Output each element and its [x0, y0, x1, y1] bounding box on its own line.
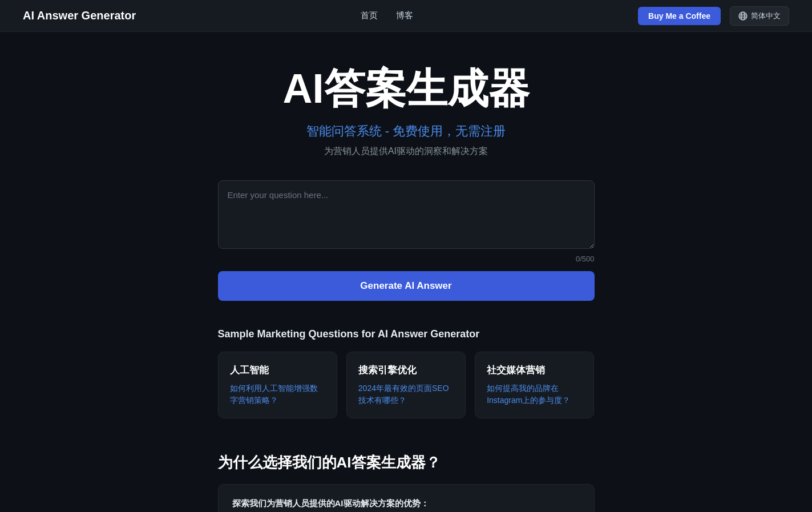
char-count: 0/500 [218, 255, 595, 263]
site-logo: AI Answer Generator [23, 9, 136, 22]
hero-description: 为营销人员提供AI驱动的洞察和解决方案 [218, 146, 595, 158]
sample-cards-grid: 人工智能 如何利用人工智能增强数字营销策略？ 搜索引擎优化 2024年最有效的页… [218, 352, 595, 418]
globe-icon [738, 11, 748, 21]
card-category-1: 搜索引擎优化 [358, 364, 454, 377]
language-label: 简体中文 [751, 11, 781, 21]
nav-link-home[interactable]: 首页 [361, 10, 378, 21]
why-box: 探索我们为营销人员提供的AI驱动解决方案的优势： [218, 484, 595, 512]
generate-button[interactable]: Generate AI Answer [218, 271, 595, 301]
card-question-2: 如何提高我的品牌在Instagram上的参与度？ [487, 382, 582, 406]
navbar: AI Answer Generator 首页 博客 Buy Me a Coffe… [0, 0, 812, 32]
language-selector-button[interactable]: 简体中文 [730, 6, 789, 26]
sample-section-title: Sample Marketing Questions for AI Answer… [218, 328, 595, 340]
nav-links: 首页 博客 [361, 10, 413, 21]
card-category-2: 社交媒体营销 [487, 364, 582, 377]
card-question-1: 2024年最有效的页面SEO技术有哪些？ [358, 382, 454, 406]
why-section-title: 为什么选择我们的AI答案生成器？ [218, 453, 595, 473]
why-box-text: 探索我们为营销人员提供的AI驱动解决方案的优势： [232, 498, 580, 509]
card-category-0: 人工智能 [230, 364, 325, 377]
main-content: AI答案生成器 智能问答系统 - 免费使用，无需注册 为营销人员提供AI驱动的洞… [207, 32, 606, 512]
sample-card-1[interactable]: 搜索引擎优化 2024年最有效的页面SEO技术有哪些？ [346, 352, 466, 418]
page-title: AI答案生成器 [218, 66, 595, 111]
hero-subtitle: 智能问答系统 - 免费使用，无需注册 [218, 123, 595, 140]
buy-coffee-button[interactable]: Buy Me a Coffee [638, 7, 721, 25]
sample-card-2[interactable]: 社交媒体营销 如何提高我的品牌在Instagram上的参与度？ [475, 352, 594, 418]
question-input[interactable] [218, 180, 595, 249]
nav-right: Buy Me a Coffee 简体中文 [638, 6, 789, 26]
sample-card-0[interactable]: 人工智能 如何利用人工智能增强数字营销策略？ [218, 352, 337, 418]
nav-link-blog[interactable]: 博客 [396, 10, 413, 21]
card-question-0: 如何利用人工智能增强数字营销策略？ [230, 382, 325, 406]
